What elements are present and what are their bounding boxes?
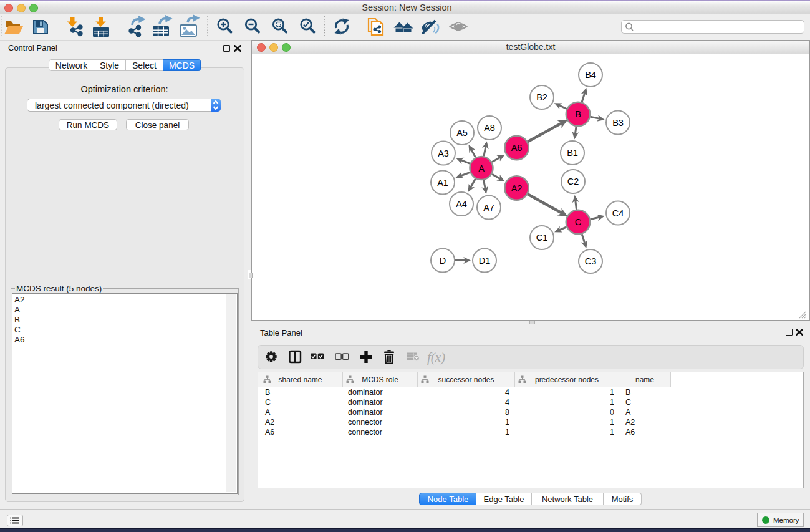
svg-text:D1: D1 bbox=[479, 256, 491, 266]
svg-text:C3: C3 bbox=[585, 256, 597, 266]
svg-text:C2: C2 bbox=[567, 177, 579, 186]
svg-text:B4: B4 bbox=[585, 70, 596, 80]
svg-text:C: C bbox=[575, 217, 581, 227]
svg-text:A: A bbox=[478, 163, 485, 173]
svg-text:B: B bbox=[575, 109, 581, 119]
svg-text:C4: C4 bbox=[612, 208, 624, 218]
svg-text:D: D bbox=[440, 256, 446, 266]
svg-text:B1: B1 bbox=[567, 148, 578, 158]
svg-text:A7: A7 bbox=[483, 203, 494, 213]
svg-text:B3: B3 bbox=[612, 118, 624, 128]
svg-text:A3: A3 bbox=[438, 148, 449, 158]
svg-text:A8: A8 bbox=[484, 123, 495, 133]
svg-text:C1: C1 bbox=[536, 233, 548, 243]
svg-text:f(x): f(x) bbox=[427, 350, 445, 365]
svg-text:A4: A4 bbox=[456, 199, 467, 209]
svg-text:B2: B2 bbox=[536, 92, 547, 102]
svg-text:A6: A6 bbox=[511, 143, 523, 153]
svg-text:A2: A2 bbox=[511, 183, 523, 193]
svg-text:A1: A1 bbox=[437, 178, 448, 188]
svg-text:A5: A5 bbox=[456, 128, 468, 138]
